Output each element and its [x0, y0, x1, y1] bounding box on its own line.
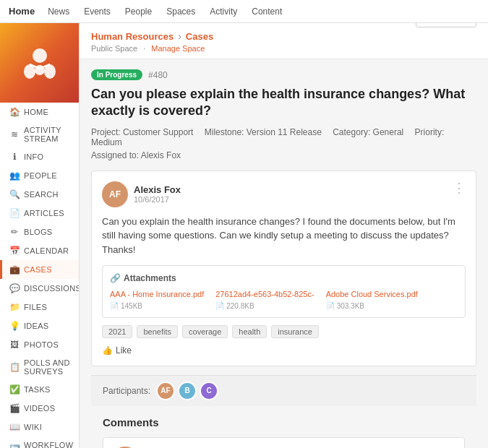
sidebar-item-search[interactable]: 🔍 SEARCH — [0, 185, 79, 204]
case-meta-row: Project: Customer Support Milestone: Ver… — [91, 127, 476, 147]
attachments-box: 🔗 Attachments AAA - Home Insurance.pdf 📄… — [102, 265, 466, 317]
author-date: 10/6/2017 — [134, 195, 181, 204]
attachment-item: 27612ad4-e563-4b52-825c- 📄 220.8KB — [215, 289, 314, 309]
tag[interactable]: benefits — [137, 325, 178, 338]
sidebar-item-tasks[interactable]: ✅ TASKS — [0, 380, 79, 399]
comments-section: Comments AF Alexis Fox 3/8/2018 ⋮ I foun… — [91, 406, 476, 448]
participant-avatar: AF — [156, 382, 175, 400]
attachments-title: 🔗 Attachments — [110, 273, 458, 283]
nav-people[interactable]: People — [124, 7, 153, 17]
case-category: Category: General — [333, 127, 403, 137]
attachment-item: Adobe Cloud Services.pdf 📄 303.3KB — [326, 289, 418, 309]
sidebar: 🏠 HOME ≋ ACTIVITY STREAM ℹ INFO 👥 PEOPLE… — [0, 23, 80, 448]
main-content: Human Resources › Cases Public Space · M… — [80, 23, 488, 448]
case-title: Can you please explain the health insura… — [91, 86, 476, 120]
wiki-icon: 📖 — [9, 422, 20, 432]
files-icon: 📁 — [9, 302, 20, 312]
blogs-icon: ✏ — [9, 227, 20, 237]
post-menu-button[interactable]: ⋮ — [453, 181, 466, 194]
home-icon: 🏠 — [9, 107, 20, 117]
file-icon: 📄 — [326, 302, 335, 310]
nav-events[interactable]: Events — [82, 7, 112, 17]
post-card: AF Alexis Fox 10/6/2017 ⋮ Can you explai… — [91, 171, 476, 366]
participants-label: Participants: — [103, 386, 150, 396]
breadcrumb-separator: › — [178, 30, 181, 42]
sidebar-navigation: 🏠 HOME ≋ ACTIVITY STREAM ℹ INFO 👥 PEOPLE… — [0, 103, 79, 448]
attachment-name[interactable]: Adobe Cloud Services.pdf — [326, 289, 418, 299]
sidebar-item-workflow[interactable]: 🔄 WORKFLOW (2) — [0, 436, 79, 448]
file-icon: 📄 — [110, 302, 119, 310]
add-case-button[interactable]: + Add Case — [416, 23, 476, 27]
sidebar-item-home[interactable]: 🏠 HOME — [0, 103, 79, 121]
breadcrumb-space[interactable]: Human Resources — [91, 31, 174, 42]
tag[interactable]: insurance — [271, 325, 319, 338]
sidebar-banner — [0, 23, 80, 103]
sidebar-item-wiki[interactable]: 📖 WIKI — [0, 418, 79, 436]
sidebar-item-blogs[interactable]: ✏ BLOGS — [0, 223, 79, 241]
case-status-row: In Progress #480 — [91, 69, 476, 80]
sidebar-item-articles[interactable]: 📄 ARTICLES — [0, 204, 79, 223]
sidebar-item-cases[interactable]: 💼 CASES — [0, 260, 79, 279]
breadcrumb-current: Cases — [186, 31, 213, 42]
discussions-icon: 💬 — [9, 283, 20, 293]
activity-icon: ≋ — [9, 129, 20, 139]
participant-avatars: AF B C — [156, 382, 218, 400]
participant-avatar: C — [200, 382, 218, 400]
attachment-size: 220.8KB — [226, 302, 254, 310]
post-header: AF Alexis Fox 10/6/2017 ⋮ — [102, 181, 466, 207]
attachment-list: AAA - Home Insurance.pdf 📄 145KB 27612ad… — [110, 289, 458, 309]
comment-card: AF Alexis Fox 3/8/2018 ⋮ I found these d… — [103, 437, 465, 448]
sidebar-item-files[interactable]: 📁 FILES — [0, 298, 79, 316]
sidebar-item-videos[interactable]: 🎬 VIDEOS — [0, 399, 79, 418]
svg-point-5 — [35, 65, 45, 75]
info-icon: ℹ — [9, 152, 20, 162]
site-logo[interactable]: Home — [9, 6, 35, 17]
nav-spaces[interactable]: Spaces — [165, 7, 197, 17]
sidebar-item-activity-stream[interactable]: ≋ ACTIVITY STREAM — [0, 121, 79, 147]
sidebar-item-discussions[interactable]: 💬 DISCUSSIONS — [0, 279, 79, 298]
ideas-icon: 💡 — [9, 321, 20, 331]
tags-row: 2021 benefits coverage health insurance — [102, 325, 466, 338]
manage-space-link[interactable]: Manage Space — [151, 44, 205, 53]
post-author-info: Alexis Fox 10/6/2017 — [134, 184, 181, 204]
participants-bar: Participants: AF B C — [91, 375, 476, 406]
tag[interactable]: health — [232, 325, 267, 338]
tasks-icon: ✅ — [9, 384, 20, 395]
like-row: 👍 Like — [102, 345, 466, 356]
status-badge: In Progress — [91, 69, 142, 80]
file-icon: 📄 — [215, 302, 224, 310]
sidebar-item-info[interactable]: ℹ INFO — [0, 147, 79, 166]
content-header: Human Resources › Cases Public Space · M… — [80, 23, 488, 59]
case-id: #480 — [148, 70, 168, 80]
like-button[interactable]: 👍 Like — [102, 345, 132, 356]
attachment-name[interactable]: AAA - Home Insurance.pdf — [110, 289, 204, 299]
videos-icon: 🎬 — [9, 403, 20, 413]
comments-title: Comments — [103, 416, 465, 428]
polls-icon: 📋 — [9, 362, 20, 372]
tag[interactable]: coverage — [182, 325, 228, 338]
cases-icon: 💼 — [9, 264, 20, 275]
sidebar-item-polls[interactable]: 📋 POLLS AND SURVEYS — [0, 354, 79, 380]
tag[interactable]: 2021 — [102, 325, 132, 338]
attachment-size: 145KB — [121, 302, 142, 310]
nav-content[interactable]: Content — [250, 7, 283, 17]
like-label: Like — [116, 345, 132, 356]
nav-activity[interactable]: Activity — [208, 7, 239, 17]
sidebar-item-calendar[interactable]: 📅 CALENDAR — [0, 241, 79, 260]
paperclip-icon: 🔗 — [110, 273, 121, 283]
sidebar-item-photos[interactable]: 🖼 PHOTOS — [0, 335, 79, 354]
sidebar-item-people[interactable]: 👥 PEOPLE — [0, 166, 79, 185]
calendar-icon: 📅 — [9, 246, 20, 256]
author-name: Alexis Fox — [134, 184, 181, 195]
sidebar-item-ideas[interactable]: 💡 IDEAS — [0, 316, 79, 335]
workflow-icon: 🔄 — [9, 444, 20, 448]
case-project: Project: Customer Support — [91, 127, 193, 137]
attachment-item: AAA - Home Insurance.pdf 📄 145KB — [110, 289, 204, 309]
nav-news[interactable]: News — [46, 7, 71, 17]
people-icon: 👥 — [9, 171, 20, 181]
post-author: AF Alexis Fox 10/6/2017 — [102, 181, 181, 207]
attachment-name[interactable]: 27612ad4-e563-4b52-825c- — [215, 289, 314, 299]
case-assigned: Assigned to: Alexis Fox — [91, 150, 476, 160]
avatar: AF — [102, 181, 128, 207]
participant-avatar: B — [178, 382, 197, 400]
